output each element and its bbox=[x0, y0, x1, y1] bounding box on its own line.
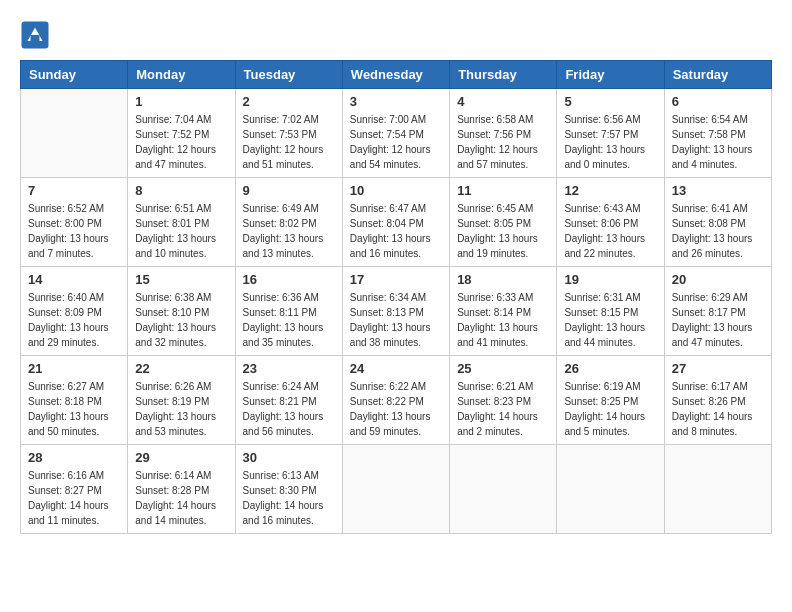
day-number: 22 bbox=[135, 361, 227, 376]
calendar-cell: 12Sunrise: 6:43 AM Sunset: 8:06 PM Dayli… bbox=[557, 178, 664, 267]
day-number: 8 bbox=[135, 183, 227, 198]
day-number: 21 bbox=[28, 361, 120, 376]
day-info: Sunrise: 6:27 AM Sunset: 8:18 PM Dayligh… bbox=[28, 379, 120, 439]
calendar-header-row: SundayMondayTuesdayWednesdayThursdayFrid… bbox=[21, 61, 772, 89]
calendar-cell: 7Sunrise: 6:52 AM Sunset: 8:00 PM Daylig… bbox=[21, 178, 128, 267]
calendar-cell: 30Sunrise: 6:13 AM Sunset: 8:30 PM Dayli… bbox=[235, 445, 342, 534]
calendar-cell: 15Sunrise: 6:38 AM Sunset: 8:10 PM Dayli… bbox=[128, 267, 235, 356]
day-number: 6 bbox=[672, 94, 764, 109]
calendar-cell: 23Sunrise: 6:24 AM Sunset: 8:21 PM Dayli… bbox=[235, 356, 342, 445]
day-number: 29 bbox=[135, 450, 227, 465]
calendar-week-0: 1Sunrise: 7:04 AM Sunset: 7:52 PM Daylig… bbox=[21, 89, 772, 178]
calendar-cell: 2Sunrise: 7:02 AM Sunset: 7:53 PM Daylig… bbox=[235, 89, 342, 178]
day-number: 9 bbox=[243, 183, 335, 198]
calendar-cell bbox=[557, 445, 664, 534]
calendar-header-saturday: Saturday bbox=[664, 61, 771, 89]
day-info: Sunrise: 6:17 AM Sunset: 8:26 PM Dayligh… bbox=[672, 379, 764, 439]
day-info: Sunrise: 6:33 AM Sunset: 8:14 PM Dayligh… bbox=[457, 290, 549, 350]
day-info: Sunrise: 6:49 AM Sunset: 8:02 PM Dayligh… bbox=[243, 201, 335, 261]
calendar-cell: 3Sunrise: 7:00 AM Sunset: 7:54 PM Daylig… bbox=[342, 89, 449, 178]
logo-icon bbox=[20, 20, 50, 50]
day-number: 23 bbox=[243, 361, 335, 376]
day-number: 1 bbox=[135, 94, 227, 109]
day-info: Sunrise: 6:54 AM Sunset: 7:58 PM Dayligh… bbox=[672, 112, 764, 172]
day-number: 12 bbox=[564, 183, 656, 198]
day-number: 10 bbox=[350, 183, 442, 198]
day-number: 4 bbox=[457, 94, 549, 109]
day-number: 14 bbox=[28, 272, 120, 287]
day-number: 16 bbox=[243, 272, 335, 287]
day-info: Sunrise: 6:29 AM Sunset: 8:17 PM Dayligh… bbox=[672, 290, 764, 350]
day-number: 28 bbox=[28, 450, 120, 465]
day-info: Sunrise: 6:34 AM Sunset: 8:13 PM Dayligh… bbox=[350, 290, 442, 350]
calendar-cell: 11Sunrise: 6:45 AM Sunset: 8:05 PM Dayli… bbox=[450, 178, 557, 267]
day-number: 13 bbox=[672, 183, 764, 198]
day-info: Sunrise: 6:14 AM Sunset: 8:28 PM Dayligh… bbox=[135, 468, 227, 528]
day-number: 3 bbox=[350, 94, 442, 109]
calendar-cell: 20Sunrise: 6:29 AM Sunset: 8:17 PM Dayli… bbox=[664, 267, 771, 356]
calendar-header-sunday: Sunday bbox=[21, 61, 128, 89]
day-number: 17 bbox=[350, 272, 442, 287]
calendar-week-1: 7Sunrise: 6:52 AM Sunset: 8:00 PM Daylig… bbox=[21, 178, 772, 267]
calendar-cell bbox=[21, 89, 128, 178]
day-info: Sunrise: 6:26 AM Sunset: 8:19 PM Dayligh… bbox=[135, 379, 227, 439]
calendar-cell: 5Sunrise: 6:56 AM Sunset: 7:57 PM Daylig… bbox=[557, 89, 664, 178]
calendar-cell bbox=[450, 445, 557, 534]
day-info: Sunrise: 6:22 AM Sunset: 8:22 PM Dayligh… bbox=[350, 379, 442, 439]
calendar-cell bbox=[342, 445, 449, 534]
calendar-cell: 22Sunrise: 6:26 AM Sunset: 8:19 PM Dayli… bbox=[128, 356, 235, 445]
day-number: 11 bbox=[457, 183, 549, 198]
day-info: Sunrise: 6:43 AM Sunset: 8:06 PM Dayligh… bbox=[564, 201, 656, 261]
day-info: Sunrise: 6:58 AM Sunset: 7:56 PM Dayligh… bbox=[457, 112, 549, 172]
day-info: Sunrise: 6:45 AM Sunset: 8:05 PM Dayligh… bbox=[457, 201, 549, 261]
day-number: 27 bbox=[672, 361, 764, 376]
calendar-cell: 28Sunrise: 6:16 AM Sunset: 8:27 PM Dayli… bbox=[21, 445, 128, 534]
day-info: Sunrise: 7:04 AM Sunset: 7:52 PM Dayligh… bbox=[135, 112, 227, 172]
day-info: Sunrise: 7:00 AM Sunset: 7:54 PM Dayligh… bbox=[350, 112, 442, 172]
day-number: 25 bbox=[457, 361, 549, 376]
calendar-cell bbox=[664, 445, 771, 534]
day-info: Sunrise: 6:41 AM Sunset: 8:08 PM Dayligh… bbox=[672, 201, 764, 261]
day-number: 26 bbox=[564, 361, 656, 376]
calendar-week-3: 21Sunrise: 6:27 AM Sunset: 8:18 PM Dayli… bbox=[21, 356, 772, 445]
day-number: 2 bbox=[243, 94, 335, 109]
day-number: 24 bbox=[350, 361, 442, 376]
day-info: Sunrise: 6:31 AM Sunset: 8:15 PM Dayligh… bbox=[564, 290, 656, 350]
calendar-cell: 1Sunrise: 7:04 AM Sunset: 7:52 PM Daylig… bbox=[128, 89, 235, 178]
calendar-cell: 4Sunrise: 6:58 AM Sunset: 7:56 PM Daylig… bbox=[450, 89, 557, 178]
calendar-header-thursday: Thursday bbox=[450, 61, 557, 89]
calendar-cell: 8Sunrise: 6:51 AM Sunset: 8:01 PM Daylig… bbox=[128, 178, 235, 267]
logo bbox=[20, 20, 54, 50]
day-info: Sunrise: 7:02 AM Sunset: 7:53 PM Dayligh… bbox=[243, 112, 335, 172]
calendar-table: SundayMondayTuesdayWednesdayThursdayFrid… bbox=[20, 60, 772, 534]
calendar-cell: 25Sunrise: 6:21 AM Sunset: 8:23 PM Dayli… bbox=[450, 356, 557, 445]
calendar-header-friday: Friday bbox=[557, 61, 664, 89]
calendar-header-wednesday: Wednesday bbox=[342, 61, 449, 89]
day-number: 5 bbox=[564, 94, 656, 109]
calendar-header-monday: Monday bbox=[128, 61, 235, 89]
day-info: Sunrise: 6:56 AM Sunset: 7:57 PM Dayligh… bbox=[564, 112, 656, 172]
day-number: 30 bbox=[243, 450, 335, 465]
day-number: 20 bbox=[672, 272, 764, 287]
day-info: Sunrise: 6:21 AM Sunset: 8:23 PM Dayligh… bbox=[457, 379, 549, 439]
day-info: Sunrise: 6:51 AM Sunset: 8:01 PM Dayligh… bbox=[135, 201, 227, 261]
calendar-cell: 6Sunrise: 6:54 AM Sunset: 7:58 PM Daylig… bbox=[664, 89, 771, 178]
day-info: Sunrise: 6:19 AM Sunset: 8:25 PM Dayligh… bbox=[564, 379, 656, 439]
calendar-cell: 13Sunrise: 6:41 AM Sunset: 8:08 PM Dayli… bbox=[664, 178, 771, 267]
page-header bbox=[20, 20, 772, 50]
day-info: Sunrise: 6:16 AM Sunset: 8:27 PM Dayligh… bbox=[28, 468, 120, 528]
calendar-cell: 18Sunrise: 6:33 AM Sunset: 8:14 PM Dayli… bbox=[450, 267, 557, 356]
day-info: Sunrise: 6:38 AM Sunset: 8:10 PM Dayligh… bbox=[135, 290, 227, 350]
calendar-cell: 26Sunrise: 6:19 AM Sunset: 8:25 PM Dayli… bbox=[557, 356, 664, 445]
day-info: Sunrise: 6:36 AM Sunset: 8:11 PM Dayligh… bbox=[243, 290, 335, 350]
day-info: Sunrise: 6:52 AM Sunset: 8:00 PM Dayligh… bbox=[28, 201, 120, 261]
day-info: Sunrise: 6:24 AM Sunset: 8:21 PM Dayligh… bbox=[243, 379, 335, 439]
calendar-week-2: 14Sunrise: 6:40 AM Sunset: 8:09 PM Dayli… bbox=[21, 267, 772, 356]
calendar-cell: 19Sunrise: 6:31 AM Sunset: 8:15 PM Dayli… bbox=[557, 267, 664, 356]
day-info: Sunrise: 6:13 AM Sunset: 8:30 PM Dayligh… bbox=[243, 468, 335, 528]
calendar-header-tuesday: Tuesday bbox=[235, 61, 342, 89]
day-info: Sunrise: 6:47 AM Sunset: 8:04 PM Dayligh… bbox=[350, 201, 442, 261]
calendar-cell: 14Sunrise: 6:40 AM Sunset: 8:09 PM Dayli… bbox=[21, 267, 128, 356]
calendar-cell: 16Sunrise: 6:36 AM Sunset: 8:11 PM Dayli… bbox=[235, 267, 342, 356]
day-info: Sunrise: 6:40 AM Sunset: 8:09 PM Dayligh… bbox=[28, 290, 120, 350]
